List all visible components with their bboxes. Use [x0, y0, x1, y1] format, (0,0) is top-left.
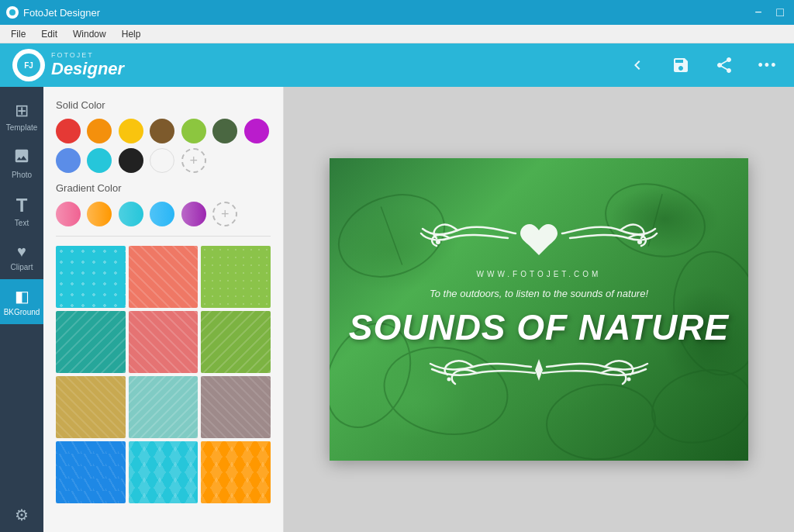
texture-blue[interactable] — [56, 441, 126, 503]
gradient-blue[interactable] — [150, 202, 174, 226]
ornament-bottom — [330, 358, 748, 403]
texture-orange[interactable] — [201, 441, 271, 503]
logo-designer: Designer — [51, 59, 124, 79]
swatch-white[interactable] — [150, 148, 174, 173]
title-bar-controls: − □ — [751, 5, 788, 19]
swatch-darkgreen[interactable] — [212, 119, 237, 143]
texture-teal-tri[interactable] — [129, 441, 198, 503]
solid-color-label: Solid Color — [56, 99, 271, 111]
canvas-url: WWW.FOTOJET.COM — [477, 266, 602, 280]
maximize-button[interactable]: □ — [772, 5, 788, 19]
texture-green2[interactable] — [201, 311, 271, 373]
app-icon — [6, 6, 19, 19]
svg-point-0 — [9, 9, 16, 16]
minimize-button[interactable]: − — [751, 5, 766, 19]
sidebar-item-photo[interactable]: Photo — [0, 140, 43, 187]
sidebar-item-bkground[interactable]: ◧ BKGround — [0, 279, 43, 324]
title-bar-left: FotoJet Designer — [6, 6, 100, 19]
texture-teal-light[interactable] — [129, 376, 198, 438]
gradient-color-label: Gradient Color — [56, 182, 271, 194]
back-button[interactable] — [623, 51, 651, 79]
logo-text: FOTOJET Designer — [51, 51, 124, 79]
share-button[interactable] — [710, 51, 738, 79]
title-bar: FotoJet Designer − □ — [0, 0, 794, 25]
more-icon: ••• — [758, 57, 778, 74]
solid-color-grid: + — [56, 119, 271, 173]
swatch-purple[interactable] — [244, 119, 269, 143]
sidebar-item-settings[interactable]: ⚙ — [0, 498, 43, 532]
swatch-brown[interactable] — [150, 119, 174, 143]
clipart-icon: ♥ — [17, 243, 26, 261]
sidebar-icons: ⊞ Template Photo T Text ♥ Clipart ◧ BKGr… — [0, 87, 43, 532]
sidebar-label-photo: Photo — [12, 171, 32, 179]
texture-coral[interactable] — [129, 246, 198, 308]
texture-grid — [56, 246, 271, 503]
panel-divider — [56, 236, 271, 237]
menu-file[interactable]: File — [3, 27, 33, 41]
svg-point-12 — [436, 240, 440, 244]
svg-point-13 — [637, 240, 642, 244]
svg-text:FJ: FJ — [24, 61, 33, 70]
more-button[interactable]: ••• — [754, 51, 782, 79]
sidebar-item-template[interactable]: ⊞ Template — [0, 93, 43, 140]
logo-icon: FJ — [12, 49, 45, 81]
add-gradient-button[interactable]: + — [212, 202, 237, 226]
gradient-purple[interactable] — [181, 202, 206, 226]
texture-green[interactable] — [201, 246, 271, 308]
bkground-icon: ◧ — [15, 287, 29, 306]
logo-fotojet: FOTOJET — [51, 51, 124, 59]
canvas-card[interactable]: WWW.FOTOJET.COM To the outdoors, to list… — [330, 158, 748, 461]
swatch-teal[interactable] — [87, 148, 112, 173]
texture-mauve[interactable] — [201, 376, 271, 438]
add-solid-color-button[interactable]: + — [181, 148, 206, 173]
gradient-color-grid: + — [56, 202, 271, 226]
canvas-title: SOUNDS OF NATURE — [349, 306, 730, 348]
swatch-orange[interactable] — [87, 119, 112, 143]
gradient-teal[interactable] — [119, 202, 143, 226]
texture-teal2[interactable] — [56, 311, 126, 373]
header-toolbar: FJ FOTOJET Designer ••• — [0, 43, 794, 87]
photo-icon — [13, 147, 30, 168]
main-content: ⊞ Template Photo T Text ♥ Clipart ◧ BKGr… — [0, 87, 794, 532]
app-container: FJ FOTOJET Designer ••• ⊞ Template — [0, 43, 794, 532]
canvas-area: WWW.FOTOJET.COM To the outdoors, to list… — [284, 87, 794, 532]
texture-teal-dots[interactable] — [56, 246, 126, 308]
save-button[interactable] — [667, 51, 695, 79]
app-title: FotoJet Designer — [23, 7, 100, 19]
canvas-subtitle: To the outdoors, to listen to the sounds… — [430, 286, 648, 300]
texture-gold[interactable] — [56, 376, 126, 438]
ornament-top — [330, 216, 748, 266]
sidebar-bottom: ⚙ — [0, 498, 43, 532]
swatch-yellow[interactable] — [119, 119, 143, 143]
text-icon: T — [16, 195, 28, 216]
menu-edit[interactable]: Edit — [33, 27, 65, 41]
template-icon: ⊞ — [15, 101, 29, 121]
svg-point-15 — [627, 377, 631, 381]
canvas-content: WWW.FOTOJET.COM To the outdoors, to list… — [330, 158, 748, 461]
sidebar-item-text[interactable]: T Text — [0, 187, 43, 235]
swatch-lightgreen[interactable] — [181, 119, 206, 143]
swatch-black[interactable] — [119, 148, 143, 173]
swatch-red[interactable] — [56, 119, 81, 143]
sidebar-label-text: Text — [15, 219, 29, 227]
sidebar-label-clipart: Clipart — [11, 263, 33, 271]
gradient-orange[interactable] — [87, 202, 112, 226]
menu-bar: File Edit Window Help — [0, 25, 794, 43]
menu-window[interactable]: Window — [65, 27, 114, 41]
gradient-pink[interactable] — [56, 202, 81, 226]
sidebar-label-bkground: BKGround — [4, 308, 40, 316]
sidebar-label-template: Template — [6, 123, 38, 132]
sidebar-item-clipart[interactable]: ♥ Clipart — [0, 235, 43, 279]
menu-help[interactable]: Help — [114, 27, 149, 41]
settings-icon: ⚙ — [15, 506, 29, 524]
texture-coral2[interactable] — [129, 311, 198, 373]
swatch-blue[interactable] — [56, 148, 81, 173]
logo-area: FJ FOTOJET Designer — [12, 49, 124, 81]
panel: Solid Color + Gradient Color — [43, 87, 284, 532]
svg-point-14 — [447, 377, 451, 381]
